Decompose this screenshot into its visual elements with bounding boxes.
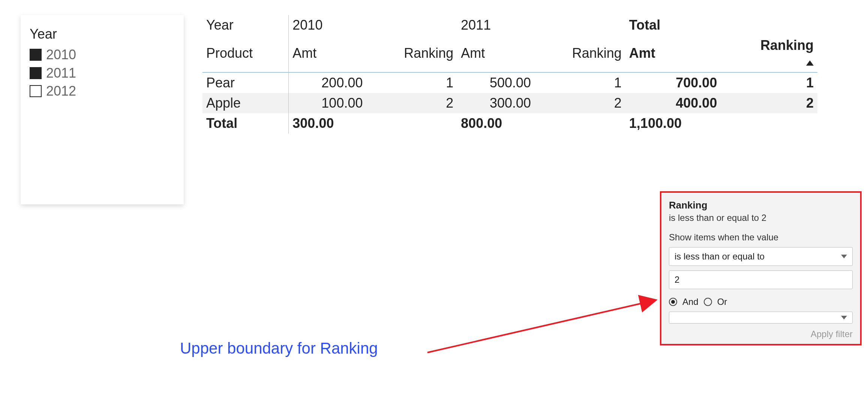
checkbox-icon[interactable]	[30, 67, 42, 79]
filter-operator-dropdown[interactable]: is less than or equal to	[669, 247, 853, 266]
checkbox-icon[interactable]	[30, 85, 42, 97]
cell-rank-total: 2	[721, 93, 817, 113]
slicer-item-label: 2012	[46, 82, 76, 100]
matrix-header-row-2: Product Amt Ranking Amt Ranking Amt Rank…	[202, 35, 817, 72]
header-group-total[interactable]: Total	[625, 15, 817, 35]
filter-panel-ranking: Ranking is less than or equal to 2 Show …	[660, 191, 862, 345]
radio-and-label: And	[682, 297, 699, 307]
header-rank-total-label: Ranking	[760, 38, 814, 53]
apply-filter-button[interactable]: Apply filter	[669, 329, 853, 339]
slicer-item-label: 2010	[46, 46, 76, 64]
slicer-item-label: 2011	[46, 64, 76, 82]
table-total-row: Total 300.00 800.00 1,100.00	[202, 113, 817, 134]
header-year: Year	[202, 15, 289, 35]
cell-total-label: Total	[202, 113, 289, 134]
cell-amt-total: 400.00	[625, 93, 721, 113]
chevron-down-icon	[841, 255, 847, 258]
filter-prompt: Show items when the value	[669, 232, 853, 243]
cell-amt: 100.00	[289, 93, 367, 113]
header-amt-total[interactable]: Amt	[625, 35, 721, 72]
header-rank-total[interactable]: Ranking	[721, 35, 817, 72]
cell-amt: 200.00	[289, 72, 367, 93]
cell-rank: 2	[535, 93, 625, 113]
svg-line-0	[427, 300, 656, 352]
slicer-title: Year	[30, 26, 175, 42]
slicer-item-2010[interactable]: 2010	[30, 46, 175, 64]
table-row[interactable]: Apple 100.00 2 300.00 2 400.00 2	[202, 93, 817, 113]
matrix-visual: Year 2010 2011 Total Product Amt Ranking…	[202, 15, 817, 134]
sort-ascending-icon	[806, 60, 814, 66]
checkbox-icon[interactable]	[30, 49, 42, 61]
cell-total-amt: 300.00	[289, 113, 367, 134]
cell-total-amt: 800.00	[457, 113, 535, 134]
filter-title: Ranking	[669, 200, 853, 211]
matrix-table: Year 2010 2011 Total Product Amt Ranking…	[202, 15, 817, 134]
header-amt-2010[interactable]: Amt	[289, 35, 367, 72]
cell-amt: 500.00	[457, 72, 535, 93]
cell-rank: 1	[535, 72, 625, 93]
filter-logic-row: And Or	[669, 297, 853, 307]
filter-summary: is less than or equal to 2	[669, 213, 853, 223]
header-group-2011[interactable]: 2011	[457, 15, 625, 35]
header-product: Product	[202, 35, 289, 72]
cell-rank-total: 1	[721, 72, 817, 93]
header-amt-2011[interactable]: Amt	[457, 35, 535, 72]
radio-and[interactable]	[669, 298, 677, 306]
slicer-item-2011[interactable]: 2011	[30, 64, 175, 82]
filter-value-input[interactable]: 2	[669, 270, 853, 289]
cell-grand-total: 1,100.00	[625, 113, 721, 134]
radio-or-label: Or	[717, 297, 727, 307]
slicer-item-2012[interactable]: 2012	[30, 82, 175, 100]
chevron-down-icon	[841, 316, 847, 320]
header-group-2010[interactable]: 2010	[289, 15, 457, 35]
cell-product: Apple	[202, 93, 289, 113]
cell-amt: 300.00	[457, 93, 535, 113]
matrix-header-row-1: Year 2010 2011 Total	[202, 15, 817, 35]
radio-or[interactable]	[704, 298, 712, 306]
year-slicer: Year 2010 2011 2012	[21, 15, 184, 204]
filter-operator-value: is less than or equal to	[675, 251, 765, 262]
header-rank-2010[interactable]: Ranking	[366, 35, 457, 72]
cell-rank: 1	[366, 72, 457, 93]
cell-amt-total: 700.00	[625, 72, 721, 93]
table-row[interactable]: Pear 200.00 1 500.00 1 700.00 1	[202, 72, 817, 93]
filter-operator2-dropdown[interactable]	[669, 312, 853, 324]
radio-dot-icon	[671, 300, 675, 304]
annotation-text: Upper boundary for Ranking	[180, 339, 378, 357]
annotation-arrow-icon	[424, 292, 671, 368]
cell-product: Pear	[202, 72, 289, 93]
filter-value-text: 2	[675, 274, 679, 285]
cell-rank: 2	[366, 93, 457, 113]
header-rank-2011[interactable]: Ranking	[535, 35, 625, 72]
